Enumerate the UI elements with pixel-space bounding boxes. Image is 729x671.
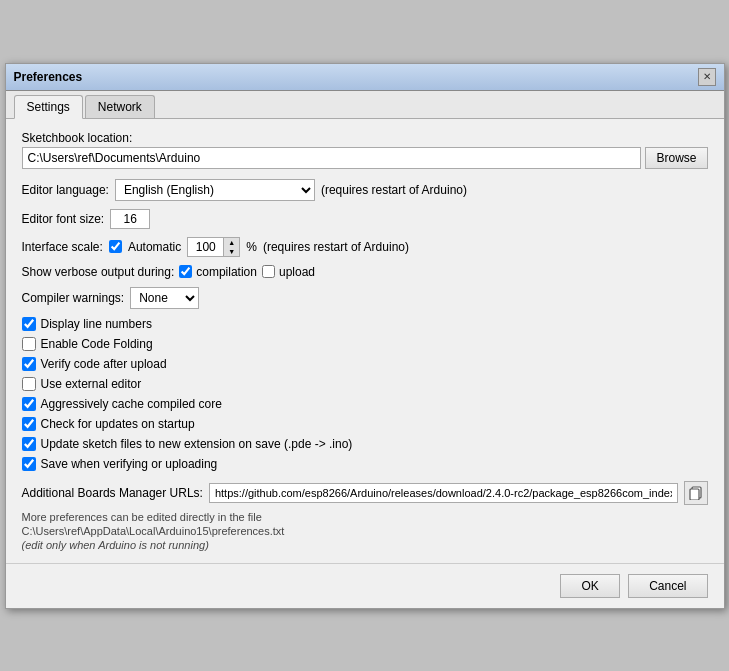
aggressively-cache-checkbox[interactable]	[22, 397, 36, 411]
enable-code-folding-label: Enable Code Folding	[41, 337, 153, 351]
editor-font-size-input[interactable]	[110, 209, 150, 229]
checkbox-row-external-editor: Use external editor	[22, 377, 708, 391]
window-title: Preferences	[14, 70, 83, 84]
checkbox-row-enable-code-folding: Enable Code Folding	[22, 337, 708, 351]
compilation-checkbox[interactable]	[179, 265, 192, 278]
upload-checkbox[interactable]	[262, 265, 275, 278]
external-editor-checkbox[interactable]	[22, 377, 36, 391]
save-verifying-label: Save when verifying or uploading	[41, 457, 218, 471]
update-sketch-checkbox[interactable]	[22, 437, 36, 451]
info-line1: More preferences can be edited directly …	[22, 511, 708, 523]
preferences-window: Preferences ✕ Settings Network Sketchboo…	[5, 63, 725, 609]
checkbox-row-check-updates: Check for updates on startup	[22, 417, 708, 431]
enable-code-folding-checkbox[interactable]	[22, 337, 36, 351]
tab-settings[interactable]: Settings	[14, 95, 83, 119]
compiler-warnings-dropdown[interactable]: None Default More All	[130, 287, 199, 309]
update-sketch-label: Update sketch files to new extension on …	[41, 437, 353, 451]
close-button[interactable]: ✕	[698, 68, 716, 86]
footer: OK Cancel	[6, 563, 724, 608]
info-line3: (edit only when Arduino is not running)	[22, 539, 708, 551]
verify-code-label: Verify code after upload	[41, 357, 167, 371]
verbose-row: Show verbose output during: compilation …	[22, 265, 708, 279]
sketchbook-label: Sketchbook location:	[22, 131, 708, 145]
copy-button[interactable]	[684, 481, 708, 505]
checkboxes-section: Display line numbers Enable Code Folding…	[22, 317, 708, 471]
boards-url-label: Additional Boards Manager URLs:	[22, 486, 203, 500]
verbose-label: Show verbose output during:	[22, 265, 175, 279]
scale-spinner: ▲ ▼	[187, 237, 240, 257]
svg-rect-1	[690, 489, 699, 500]
compilation-check-group: compilation	[179, 265, 257, 279]
editor-language-row: Editor language: English (English) (requ…	[22, 179, 708, 201]
upload-check-group: upload	[262, 265, 315, 279]
info-section: More preferences can be edited directly …	[22, 511, 708, 551]
editor-font-size-label: Editor font size:	[22, 212, 105, 226]
boards-url-row: Additional Boards Manager URLs:	[22, 481, 708, 505]
compilation-label: compilation	[196, 265, 257, 279]
upload-label: upload	[279, 265, 315, 279]
compiler-warnings-label: Compiler warnings:	[22, 291, 125, 305]
checkbox-row-save-verifying: Save when verifying or uploading	[22, 457, 708, 471]
display-line-numbers-label: Display line numbers	[41, 317, 152, 331]
sketchbook-input[interactable]	[22, 147, 642, 169]
tabs-container: Settings Network	[6, 91, 724, 119]
save-verifying-checkbox[interactable]	[22, 457, 36, 471]
editor-language-label: Editor language:	[22, 183, 109, 197]
language-restart-note: (requires restart of Arduino)	[321, 183, 467, 197]
automatic-checkbox[interactable]	[109, 240, 122, 253]
title-bar: Preferences ✕	[6, 64, 724, 91]
check-updates-label: Check for updates on startup	[41, 417, 195, 431]
verify-code-checkbox[interactable]	[22, 357, 36, 371]
checkbox-row-verify-code: Verify code after upload	[22, 357, 708, 371]
checkbox-row-display-line-numbers: Display line numbers	[22, 317, 708, 331]
scale-restart-note: (requires restart of Arduino)	[263, 240, 409, 254]
scale-input[interactable]	[188, 238, 223, 256]
info-line2: C:\Users\ref\AppData\Local\Arduino15\pre…	[22, 525, 708, 537]
cancel-button[interactable]: Cancel	[628, 574, 707, 598]
check-updates-checkbox[interactable]	[22, 417, 36, 431]
settings-content: Sketchbook location: Browse Editor langu…	[6, 119, 724, 563]
tab-network[interactable]: Network	[85, 95, 155, 118]
aggressively-cache-label: Aggressively cache compiled core	[41, 397, 222, 411]
external-editor-label: Use external editor	[41, 377, 142, 391]
compiler-warnings-select[interactable]: None Default More All	[131, 288, 198, 308]
checkbox-row-aggressively-cache: Aggressively cache compiled core	[22, 397, 708, 411]
sketchbook-row: Sketchbook location: Browse	[22, 131, 708, 169]
browse-button[interactable]: Browse	[645, 147, 707, 169]
automatic-label: Automatic	[128, 240, 181, 254]
compiler-warnings-row: Compiler warnings: None Default More All	[22, 287, 708, 309]
boards-url-input[interactable]	[209, 483, 678, 503]
editor-font-size-row: Editor font size:	[22, 209, 708, 229]
checkbox-row-update-sketch: Update sketch files to new extension on …	[22, 437, 708, 451]
percent-label: %	[246, 240, 257, 254]
interface-scale-row: Interface scale: Automatic ▲ ▼ % (requir…	[22, 237, 708, 257]
editor-language-select[interactable]: English (English)	[115, 179, 315, 201]
scale-up-button[interactable]: ▲	[223, 238, 239, 247]
interface-scale-label: Interface scale:	[22, 240, 103, 254]
display-line-numbers-checkbox[interactable]	[22, 317, 36, 331]
ok-button[interactable]: OK	[560, 574, 620, 598]
scale-down-button[interactable]: ▼	[223, 247, 239, 256]
